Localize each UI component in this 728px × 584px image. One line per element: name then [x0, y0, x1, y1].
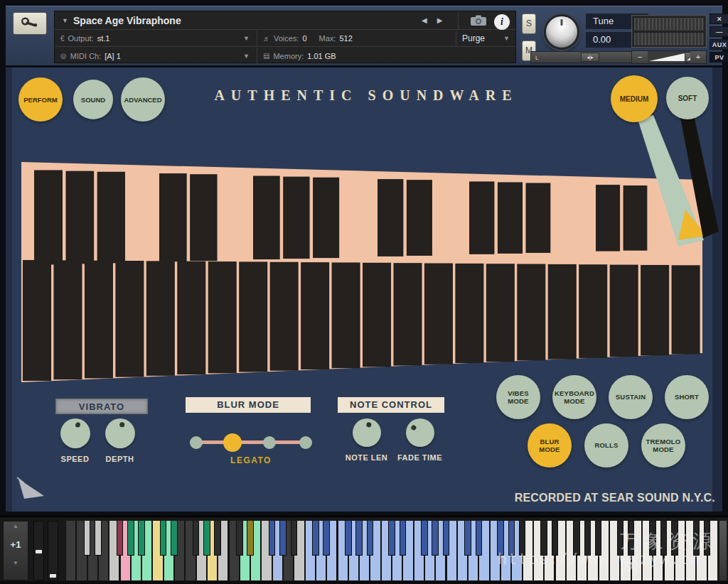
pv-button[interactable]: PV: [710, 52, 728, 63]
black-key-after-17[interactable]: [247, 521, 254, 556]
edit-wrench-button[interactable]: [13, 12, 47, 35]
tune-knob[interactable]: [544, 14, 579, 50]
solo-button[interactable]: S: [522, 13, 536, 34]
purge-label: Purge: [462, 33, 485, 43]
black-key-after-6[interactable]: [127, 521, 134, 556]
close-button[interactable]: ✕: [710, 13, 728, 24]
memory-label: Memory:: [273, 52, 304, 60]
black-key-after-38[interactable]: [476, 521, 483, 556]
mode-button-keyboard-mode[interactable]: KEYBOARD MODE: [552, 375, 596, 419]
blur-mode-section-title: BLUR MODE: [186, 397, 311, 413]
purge-dropdown-icon[interactable]: ▼: [503, 35, 510, 42]
black-key-after-21[interactable]: [291, 521, 298, 556]
black-key-after-5[interactable]: [117, 521, 124, 556]
mode-button-sustain[interactable]: SUSTAIN: [609, 375, 653, 419]
black-key-after-14[interactable]: [214, 521, 221, 556]
black-key-after-35[interactable]: [443, 521, 450, 556]
vibraphone-lower-bar: [424, 264, 453, 364]
vibraphone-lower-bar: [53, 260, 82, 379]
black-key-after-7[interactable]: [138, 521, 145, 556]
blur-step-2[interactable]: [263, 436, 276, 449]
transpose-up-icon[interactable]: ▲: [4, 521, 28, 531]
transpose-panel: ▲ +1 ▼: [3, 521, 28, 580]
midi-channel-select[interactable]: ◎ MIDI Ch: [A] 1 ▼: [55, 48, 257, 64]
black-key-after-30[interactable]: [388, 521, 395, 556]
black-key-after-37[interactable]: [464, 521, 471, 556]
aux-button[interactable]: AUX: [710, 39, 728, 50]
pitch-wheel-handle[interactable]: [36, 550, 42, 553]
speed-knob[interactable]: [60, 418, 90, 448]
tab-advanced[interactable]: ADVANCED: [121, 77, 165, 121]
black-key-after-3[interactable]: [95, 521, 102, 556]
vibraphone-upper-bar: [253, 176, 280, 260]
mode-button-rolls[interactable]: ROLLS: [584, 423, 628, 467]
black-key-after-16[interactable]: [236, 521, 243, 556]
black-key-after-31[interactable]: [400, 521, 407, 556]
instrument-title[interactable]: Space Age Vibraphone: [73, 15, 181, 26]
mod-wheel-handle[interactable]: [50, 574, 56, 578]
pitch-wheel[interactable]: [33, 521, 44, 580]
black-key-after-9[interactable]: [160, 521, 167, 556]
pan-handle[interactable]: ◂|▸: [581, 53, 599, 62]
depth-knob[interactable]: [105, 418, 135, 448]
prev-icon[interactable]: ◀: [422, 16, 437, 24]
output-dropdown-icon[interactable]: ▼: [243, 35, 250, 42]
fade-time-knob[interactable]: [406, 418, 434, 447]
knob-indicator-dot: [74, 422, 80, 428]
black-key-after-24[interactable]: [323, 521, 330, 556]
collapse-arrow-icon[interactable]: ▼: [62, 17, 68, 24]
black-key-after-27[interactable]: [355, 521, 363, 556]
black-key-after-10[interactable]: [171, 521, 178, 556]
vibraphone-lower-bar: [115, 261, 144, 377]
prev-next-icons[interactable]: ◀▶: [422, 16, 452, 24]
black-key-after-34[interactable]: [432, 521, 439, 556]
blur-slider-track: [196, 440, 306, 444]
black-key-after-23[interactable]: [312, 521, 319, 556]
volume-minus-button[interactable]: −: [632, 51, 648, 63]
mode-button-short[interactable]: SHORT: [665, 375, 709, 419]
tab-sound[interactable]: SOUND: [73, 80, 113, 119]
mode-button-blur-mode[interactable]: BLUR MODE: [528, 423, 572, 467]
blur-selected-value: LEGATO: [191, 455, 311, 465]
volume-plus-button[interactable]: +: [690, 51, 706, 63]
minimize-button[interactable]: —: [710, 26, 728, 37]
note-len-knob[interactable]: [353, 418, 381, 447]
mallet-medium-button[interactable]: MEDIUM: [611, 75, 658, 122]
midi-dropdown-icon[interactable]: ▼: [243, 53, 250, 60]
blur-step-0[interactable]: [190, 436, 203, 449]
app-window: ▼ Space Age Vibraphone ◀▶ i € Output:: [0, 0, 728, 584]
black-key-after-12[interactable]: [193, 521, 200, 556]
volume-slider[interactable]: − +: [631, 50, 707, 64]
transpose-down-icon[interactable]: ▼: [4, 558, 28, 568]
purge-menu[interactable]: Purge ▼: [456, 31, 517, 46]
vibraphone-lower-bar: [301, 262, 329, 369]
blur-step-1-selected[interactable]: [223, 433, 242, 452]
info-button[interactable]: i: [494, 14, 510, 30]
knob-label: DEPTH: [97, 455, 142, 463]
white-key-1[interactable]: [65, 521, 76, 580]
mallet-doodle: [16, 476, 51, 504]
vibraphone-lower-bar: [486, 264, 515, 362]
output-select[interactable]: € Output: st.1 ▼: [55, 31, 257, 46]
memory-icon: ▤: [263, 52, 269, 60]
blur-mode-slider[interactable]: [192, 428, 310, 457]
vibrato-knobs: SPEEDDEPTH: [53, 418, 142, 463]
mod-wheel[interactable]: [48, 521, 58, 580]
blur-step-3[interactable]: [299, 436, 312, 449]
mallet-soft-button[interactable]: SOFT: [666, 77, 709, 119]
mode-button-vibes-mode[interactable]: VIBES MODE: [496, 375, 540, 419]
black-key-after-13[interactable]: [203, 521, 210, 556]
black-key-after-33[interactable]: [421, 521, 428, 556]
black-key-after-2[interactable]: [84, 521, 91, 556]
black-key-after-26[interactable]: [345, 521, 352, 556]
tab-perform[interactable]: PERFORM: [18, 77, 63, 121]
black-key-after-19[interactable]: [269, 521, 276, 556]
instrument-panel: PERFORMSOUNDADVANCED AUTHENTIC SOUNDWARE…: [6, 67, 722, 512]
mode-button-tremolo-mode[interactable]: TREMOLO MODE: [641, 423, 685, 467]
vibraphone-upper-bar: [378, 179, 403, 256]
black-key-after-20[interactable]: [279, 521, 287, 556]
voices-label: Voices:: [274, 34, 299, 43]
black-key-after-28[interactable]: [367, 521, 374, 556]
next-icon[interactable]: ▶: [437, 16, 453, 24]
snapshot-camera-button[interactable]: [458, 11, 498, 30]
